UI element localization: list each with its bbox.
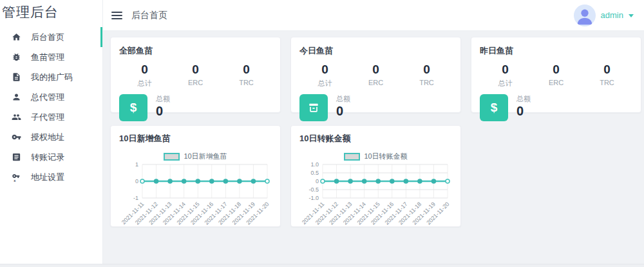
chart-title: 10日转账金额 bbox=[299, 133, 452, 144]
list-icon bbox=[12, 152, 21, 162]
caret-down-icon bbox=[629, 14, 634, 17]
line-chart: 10-12021-11-112021-11-122021-11-132021-1… bbox=[119, 162, 273, 227]
stat-value: 0 bbox=[480, 63, 531, 77]
stat-card: 全部鱼苗0总计0ERC0TRC$总额0 bbox=[110, 37, 281, 113]
stat-value: 0 bbox=[531, 63, 582, 77]
stat-value: 0 bbox=[582, 63, 632, 77]
main-area: 后台首页 admin 全部鱼苗0总计0ERC0TRC$总额0今日鱼苗0总计0ER… bbox=[103, 0, 644, 267]
sidebar-item-label: 我的推广码 bbox=[31, 72, 73, 83]
chart-card: 10日转账金额10日转账金额1.00.50-0.5-1.02021-11-112… bbox=[290, 125, 461, 227]
stat-label: 总计 bbox=[480, 79, 531, 88]
svg-text:0: 0 bbox=[135, 178, 138, 184]
archive-icon bbox=[299, 94, 328, 121]
stat-column: 0ERC bbox=[170, 63, 221, 88]
cards-grid: 全部鱼苗0总计0ERC0TRC$总额0今日鱼苗0总计0ERC0TRC总额0昨日鱼… bbox=[110, 37, 641, 227]
stat-columns: 0总计0ERC0TRC bbox=[299, 63, 452, 88]
sidebar-item-address[interactable]: x地址设置 bbox=[0, 167, 102, 187]
stat-value: 0 bbox=[299, 63, 350, 77]
stat-label: TRC bbox=[582, 79, 632, 86]
sidebar-item-label: 后台首页 bbox=[31, 32, 64, 43]
svg-text:-1: -1 bbox=[133, 195, 138, 201]
menu-toggle-icon[interactable] bbox=[111, 12, 122, 19]
sidebar-item-auth[interactable]: 授权地址 bbox=[0, 127, 102, 147]
sidebar-item-label: 子代管理 bbox=[31, 112, 64, 123]
total-value: 0 bbox=[516, 104, 531, 119]
stat-value: 0 bbox=[221, 63, 272, 77]
total-label: 总额 bbox=[156, 94, 170, 104]
legend-swatch-icon bbox=[164, 153, 180, 161]
stat-value: 0 bbox=[119, 63, 170, 77]
content-area: 全部鱼苗0总计0ERC0TRC$总额0今日鱼苗0总计0ERC0TRC总额0昨日鱼… bbox=[103, 31, 644, 267]
chart-legend[interactable]: 10日转账金额 bbox=[299, 152, 452, 161]
legend-label: 10日新增鱼苗 bbox=[184, 152, 227, 161]
stat-label: ERC bbox=[170, 79, 221, 86]
user-icon bbox=[12, 92, 21, 102]
stat-card: 今日鱼苗0总计0ERC0TRC总额0 bbox=[290, 37, 461, 113]
chart-title: 10日新增鱼苗 bbox=[119, 133, 272, 144]
top-bar: 后台首页 admin bbox=[103, 0, 644, 31]
stat-column: 0总计 bbox=[119, 63, 170, 88]
stat-column: 0ERC bbox=[531, 63, 582, 88]
svg-text:-0.5: -0.5 bbox=[308, 186, 319, 193]
person-icon bbox=[574, 5, 596, 26]
stat-columns: 0总计0ERC0TRC bbox=[119, 63, 272, 88]
total-label: 总额 bbox=[516, 94, 531, 104]
stat-label: 总计 bbox=[119, 79, 170, 88]
total-row: $总额0 bbox=[480, 94, 632, 121]
legend-swatch-icon bbox=[344, 153, 360, 161]
line-chart: 1.00.50-0.5-1.02021-11-112021-11-122021-… bbox=[299, 162, 453, 227]
sidebar: 管理后台 后台首页鱼苗管理我的推广码总代管理子代管理授权地址转账记录x地址设置 bbox=[0, 0, 103, 267]
stat-label: 总计 bbox=[299, 79, 350, 88]
svg-text:1.0: 1.0 bbox=[310, 162, 319, 168]
stat-card-title: 昨日鱼苗 bbox=[480, 45, 632, 57]
sidebar-item-subagents[interactable]: 子代管理 bbox=[0, 107, 102, 127]
stat-value: 0 bbox=[170, 63, 221, 77]
horizontal-scrollbar[interactable] bbox=[0, 264, 644, 267]
svg-text:-1.0: -1.0 bbox=[308, 195, 319, 201]
sidebar-item-label: 地址设置 bbox=[31, 172, 64, 183]
total-row: 总额0 bbox=[299, 94, 452, 121]
svg-text:x: x bbox=[14, 179, 16, 182]
stat-label: TRC bbox=[221, 79, 272, 86]
stat-card-title: 全部鱼苗 bbox=[119, 45, 272, 57]
breadcrumb: 后台首页 bbox=[131, 10, 167, 21]
stat-value: 0 bbox=[401, 63, 452, 77]
sidebar-item-fry[interactable]: 鱼苗管理 bbox=[0, 47, 102, 67]
stat-label: ERC bbox=[350, 79, 401, 86]
sidebar-item-label: 授权地址 bbox=[31, 132, 64, 143]
stat-columns: 0总计0ERC0TRC bbox=[480, 63, 632, 88]
sidebar-item-label: 总代管理 bbox=[31, 92, 64, 103]
key-icon bbox=[12, 132, 21, 142]
key-settings-icon: x bbox=[12, 172, 21, 182]
sidebar-item-agents[interactable]: 总代管理 bbox=[0, 87, 102, 107]
total-row: $总额0 bbox=[119, 94, 272, 121]
sidebar-item-records[interactable]: 转账记录 bbox=[0, 147, 102, 167]
total-value: 0 bbox=[156, 104, 170, 119]
legend-label: 10日转账金额 bbox=[364, 152, 407, 161]
username[interactable]: admin bbox=[601, 10, 623, 20]
bug-icon bbox=[12, 52, 21, 62]
sidebar-item-promo[interactable]: 我的推广码 bbox=[0, 67, 102, 87]
svg-text:0: 0 bbox=[316, 178, 319, 184]
chart-card: 10日新增鱼苗10日新增鱼苗10-12021-11-112021-11-1220… bbox=[110, 125, 281, 227]
svg-text:1: 1 bbox=[135, 162, 138, 168]
stat-column: 0总计 bbox=[299, 63, 350, 88]
svg-text:0.5: 0.5 bbox=[310, 170, 319, 176]
stat-column: 0TRC bbox=[401, 63, 452, 88]
total-value: 0 bbox=[336, 104, 350, 119]
stat-column: 0ERC bbox=[350, 63, 401, 88]
sidebar-item-home[interactable]: 后台首页 bbox=[0, 27, 102, 47]
admin-dashboard: 管理后台 后台首页鱼苗管理我的推广码总代管理子代管理授权地址转账记录x地址设置 … bbox=[0, 0, 644, 267]
stat-label: ERC bbox=[531, 79, 582, 86]
users-icon bbox=[12, 112, 21, 122]
avatar[interactable] bbox=[574, 5, 596, 26]
dollar-icon: $ bbox=[480, 94, 508, 121]
document-icon bbox=[12, 72, 21, 82]
sidebar-item-label: 转账记录 bbox=[31, 152, 64, 163]
dollar-icon: $ bbox=[119, 94, 147, 121]
sidebar-nav: 后台首页鱼苗管理我的推广码总代管理子代管理授权地址转账记录x地址设置 bbox=[0, 27, 102, 187]
sidebar-item-label: 鱼苗管理 bbox=[31, 52, 64, 63]
user-menu[interactable]: admin bbox=[574, 5, 634, 26]
stat-column: 0TRC bbox=[221, 63, 272, 88]
chart-legend[interactable]: 10日新增鱼苗 bbox=[119, 152, 272, 161]
